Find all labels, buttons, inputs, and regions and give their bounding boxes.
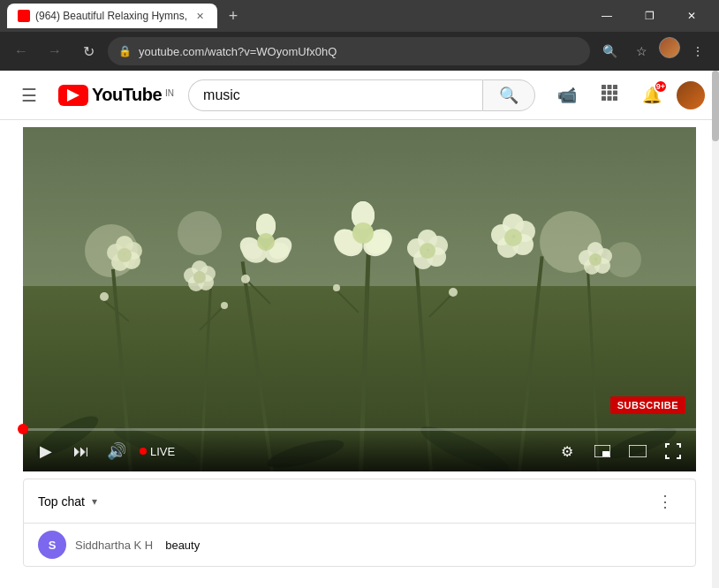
page-content: ☰ YouTube IN 🔍 📹 bbox=[0, 71, 719, 588]
search-bar: 🔍 bbox=[188, 79, 535, 111]
scrollbar-thumb[interactable] bbox=[712, 71, 719, 141]
video-section: SUBSCRIBE ▶ ⏭ 🔊 LIVE bbox=[0, 120, 719, 471]
notification-badge: 9+ bbox=[654, 79, 668, 94]
chat-avatar-letter: S bbox=[49, 539, 57, 552]
tab-close-button[interactable]: ✕ bbox=[193, 9, 207, 23]
svg-rect-0 bbox=[602, 85, 606, 89]
live-label: LIVE bbox=[150, 445, 175, 458]
upload-icon: 📹 bbox=[557, 86, 577, 105]
svg-rect-2 bbox=[613, 85, 617, 89]
skip-button[interactable]: ⏭ bbox=[65, 435, 97, 467]
svg-rect-4 bbox=[608, 91, 612, 95]
forward-button[interactable]: → bbox=[41, 37, 69, 65]
youtube-country-label: IN bbox=[165, 88, 174, 98]
page-inner: ☰ YouTube IN 🔍 📹 bbox=[0, 71, 719, 588]
chat-dropdown-arrow[interactable]: ▾ bbox=[92, 495, 97, 508]
address-bar: ← → ↻ 🔒 youtube.com/watch?v=WOyomUfx0hQ … bbox=[0, 32, 719, 71]
live-indicator: LIVE bbox=[140, 445, 175, 458]
window-controls: — ❐ ✕ bbox=[587, 0, 712, 32]
svg-rect-1 bbox=[608, 85, 612, 89]
browser-menu-button[interactable]: ⋮ bbox=[684, 37, 712, 65]
url-text: youtube.com/watch?v=WOyomUfx0hQ bbox=[139, 45, 579, 58]
active-tab[interactable]: (964) Beautiful Relaxing Hymns, ✕ bbox=[7, 4, 217, 28]
header-actions: 📹 bbox=[549, 78, 705, 113]
chat-header: Top chat ▾ ⋮ bbox=[24, 479, 695, 524]
volume-button[interactable]: 🔊 bbox=[101, 435, 132, 467]
lock-icon: 🔒 bbox=[118, 45, 132, 57]
chat-menu-button[interactable]: ⋮ bbox=[649, 486, 681, 517]
live-dot bbox=[140, 448, 147, 455]
fullscreen-button[interactable] bbox=[657, 435, 689, 467]
svg-rect-3 bbox=[602, 91, 606, 95]
youtube-logo[interactable]: YouTube IN bbox=[58, 85, 174, 106]
browser-user-avatar[interactable] bbox=[659, 37, 680, 58]
top-chat-label: Top chat bbox=[38, 494, 85, 509]
svg-rect-5 bbox=[613, 91, 617, 95]
theater-button[interactable] bbox=[622, 435, 654, 467]
video-controls: ▶ ⏭ 🔊 LIVE ⚙ bbox=[23, 431, 696, 471]
search-browser-button[interactable]: 🔍 bbox=[595, 37, 624, 65]
miniplayer-button[interactable] bbox=[587, 435, 618, 467]
youtube-play-icon bbox=[67, 89, 79, 102]
tab-title: (964) Beautiful Relaxing Hymns, bbox=[35, 10, 187, 22]
upload-button[interactable]: 📹 bbox=[549, 78, 585, 113]
youtube-logo-text: YouTube bbox=[92, 85, 162, 105]
chat-avatar: S bbox=[38, 531, 66, 559]
apps-icon bbox=[601, 84, 618, 106]
video-visual bbox=[23, 127, 696, 471]
maximize-button[interactable]: ❐ bbox=[629, 0, 670, 32]
chat-section: Top chat ▾ ⋮ S Siddhartha K H beauty bbox=[23, 479, 696, 567]
svg-rect-84 bbox=[629, 445, 647, 457]
hamburger-menu-button[interactable]: ☰ bbox=[14, 78, 44, 113]
chat-message: S Siddhartha K H beauty bbox=[24, 524, 695, 566]
apps-button[interactable] bbox=[592, 78, 627, 113]
browser-chrome: (964) Beautiful Relaxing Hymns, ✕ + — ❐ … bbox=[0, 0, 719, 71]
user-avatar[interactable] bbox=[677, 81, 705, 109]
chat-message-text: beauty bbox=[165, 539, 200, 552]
settings-button[interactable]: ⚙ bbox=[551, 435, 583, 467]
back-button[interactable]: ← bbox=[7, 37, 35, 65]
tab-favicon bbox=[18, 10, 30, 22]
play-button[interactable]: ▶ bbox=[30, 435, 62, 467]
youtube-logo-icon bbox=[58, 85, 88, 106]
search-button[interactable]: 🔍 bbox=[482, 79, 535, 111]
svg-rect-81 bbox=[23, 127, 696, 471]
minimize-button[interactable]: — bbox=[587, 0, 627, 32]
page-scrollbar[interactable] bbox=[712, 71, 719, 588]
bookmark-button[interactable]: ☆ bbox=[627, 37, 655, 65]
notifications-button[interactable]: 🔔 9+ bbox=[634, 78, 670, 113]
new-tab-button[interactable]: + bbox=[221, 4, 246, 28]
subscribe-button[interactable]: SUBSCRIBE bbox=[610, 396, 685, 414]
svg-rect-6 bbox=[602, 96, 606, 101]
user-avatar-image bbox=[677, 81, 705, 109]
address-actions: 🔍 ☆ ⋮ bbox=[595, 37, 712, 65]
chat-username: Siddhartha K H bbox=[75, 539, 153, 552]
search-input[interactable] bbox=[188, 79, 482, 111]
close-button[interactable]: ✕ bbox=[671, 0, 712, 32]
url-bar[interactable]: 🔒 youtube.com/watch?v=WOyomUfx0hQ bbox=[108, 37, 590, 65]
youtube-header: ☰ YouTube IN 🔍 📹 bbox=[0, 71, 719, 120]
tab-bar: (964) Beautiful Relaxing Hymns, ✕ + — ❐ … bbox=[0, 0, 719, 32]
svg-rect-7 bbox=[608, 96, 612, 101]
video-thumbnail bbox=[23, 127, 696, 471]
refresh-button[interactable]: ↻ bbox=[74, 37, 102, 65]
video-container[interactable]: SUBSCRIBE ▶ ⏭ 🔊 LIVE bbox=[23, 127, 696, 471]
search-icon: 🔍 bbox=[499, 86, 518, 105]
svg-rect-8 bbox=[613, 96, 617, 101]
svg-rect-83 bbox=[602, 451, 609, 456]
